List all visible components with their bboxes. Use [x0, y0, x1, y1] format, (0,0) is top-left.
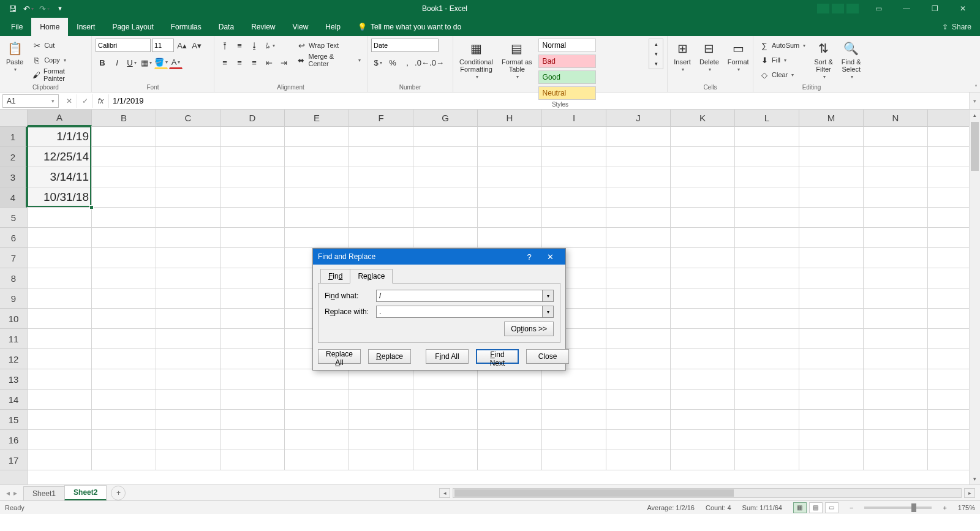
tab-file[interactable]: File — [2, 18, 31, 36]
cell-J11[interactable] — [606, 329, 671, 348]
number-format-select[interactable] — [371, 39, 439, 52]
zoom-in-icon[interactable]: + — [943, 504, 946, 511]
cell-D4[interactable] — [221, 187, 285, 207]
column-header-D[interactable]: D — [221, 110, 285, 126]
cell-G5[interactable] — [413, 208, 478, 227]
cell-N17[interactable] — [864, 450, 928, 470]
cell-C2[interactable] — [156, 147, 221, 167]
cell-L2[interactable] — [735, 147, 799, 167]
cell-C4[interactable] — [156, 187, 221, 207]
cell-A11[interactable] — [28, 329, 92, 348]
view-page-break-icon[interactable]: ▭ — [825, 502, 839, 513]
style-good[interactable]: Good — [538, 70, 596, 84]
cell-E2[interactable] — [285, 147, 349, 167]
sheet-nav-prev-icon[interactable]: ◂ — [6, 489, 10, 497]
cell-F2[interactable] — [349, 147, 413, 167]
cell-D17[interactable] — [221, 450, 285, 470]
tell-me[interactable]: 💡 Tell me what you want to do — [349, 18, 470, 36]
cell-J8[interactable] — [606, 268, 671, 288]
cell-G4[interactable] — [413, 187, 478, 207]
row-header-8[interactable]: 8 — [0, 268, 27, 288]
tab-home[interactable]: Home — [31, 18, 68, 36]
cut-button[interactable]: ✂Cut — [29, 39, 88, 52]
increase-decimal-icon[interactable]: .0← — [415, 56, 429, 69]
cell-D1[interactable] — [221, 127, 285, 146]
cell-H14[interactable] — [478, 390, 542, 409]
cell-L6[interactable] — [735, 228, 799, 247]
hscroll-right-icon[interactable]: ▸ — [964, 488, 975, 498]
cell-L1[interactable] — [735, 127, 799, 146]
cell-M3[interactable] — [799, 167, 864, 187]
cell-A12[interactable] — [28, 349, 92, 369]
decrease-font-icon[interactable]: A▾ — [190, 39, 203, 52]
collapse-ribbon-icon[interactable]: ˄ — [974, 84, 978, 91]
cell-J14[interactable] — [606, 390, 671, 409]
cell-M4[interactable] — [799, 187, 864, 207]
row-header-13[interactable]: 13 — [0, 369, 27, 390]
cell-N3[interactable] — [864, 167, 928, 187]
cell-B7[interactable] — [92, 248, 156, 268]
cell-A13[interactable] — [28, 369, 92, 389]
cell-E15[interactable] — [285, 410, 349, 429]
cell-C10[interactable] — [156, 309, 221, 328]
cell-K6[interactable] — [671, 228, 735, 247]
redo-icon[interactable]: ↷▾ — [38, 2, 50, 15]
format-as-table-button[interactable]: ▤ Format as Table▾ — [499, 39, 535, 81]
cell-I16[interactable] — [542, 430, 606, 450]
cell-M11[interactable] — [799, 329, 864, 348]
cell-K4[interactable] — [671, 187, 735, 207]
cell-B16[interactable] — [92, 430, 156, 450]
align-right-icon[interactable]: ≡ — [247, 56, 261, 69]
cell-M15[interactable] — [799, 410, 864, 429]
cell-G14[interactable] — [413, 390, 478, 409]
format-cells-button[interactable]: ▭Format▾ — [725, 39, 752, 73]
copy-button[interactable]: ⎘Copy▾ — [29, 53, 88, 67]
replace-all-button[interactable]: Replace All — [318, 349, 361, 364]
close-window-icon[interactable]: ✕ — [949, 0, 976, 17]
style-bad[interactable]: Bad — [538, 55, 596, 68]
cell-B10[interactable] — [92, 309, 156, 328]
styles-scroll-down-icon[interactable]: ▾ — [649, 49, 663, 59]
cell-N16[interactable] — [864, 430, 928, 450]
enter-formula-icon[interactable]: ✓ — [77, 94, 93, 108]
cell-J7[interactable] — [606, 248, 671, 268]
delete-cells-button[interactable]: ⊟Delete▾ — [697, 39, 722, 73]
cell-C1[interactable] — [156, 127, 221, 146]
find-what-input[interactable] — [376, 290, 543, 302]
cell-J5[interactable] — [606, 208, 671, 227]
align-left-icon[interactable]: ≡ — [218, 56, 232, 69]
cell-M5[interactable] — [799, 208, 864, 227]
cell-G17[interactable] — [413, 450, 478, 470]
cell-K17[interactable] — [671, 450, 735, 470]
qa-customize-icon[interactable]: ▼ — [54, 2, 66, 15]
tab-data[interactable]: Data — [210, 18, 243, 36]
find-next-button[interactable]: Find Next — [476, 349, 519, 364]
cell-M13[interactable] — [799, 369, 864, 389]
share-button[interactable]: ⇪ Share — [933, 18, 980, 36]
cell-H13[interactable] — [478, 369, 542, 389]
autosum-button[interactable]: ∑AutoSum▾ — [757, 39, 808, 52]
cell-J17[interactable] — [606, 450, 671, 470]
undo-icon[interactable]: ↶▾ — [22, 2, 34, 15]
row-header-10[interactable]: 10 — [0, 309, 27, 329]
cell-A8[interactable] — [28, 268, 92, 288]
sort-filter-button[interactable]: ⇅Sort & Filter▾ — [812, 39, 835, 81]
cell-L12[interactable] — [735, 349, 799, 369]
cell-B4[interactable] — [92, 187, 156, 207]
cell-B15[interactable] — [92, 410, 156, 429]
insert-function-icon[interactable]: fx — [93, 94, 109, 108]
align-middle-icon[interactable]: ≡ — [233, 39, 246, 52]
cell-L8[interactable] — [735, 268, 799, 288]
cell-M2[interactable] — [799, 147, 864, 167]
cell-K5[interactable] — [671, 208, 735, 227]
minimize-icon[interactable]: — — [893, 0, 920, 17]
row-header-6[interactable]: 6 — [0, 228, 27, 248]
cell-K12[interactable] — [671, 349, 735, 369]
cell-L10[interactable] — [735, 309, 799, 328]
wrap-text-button[interactable]: ↩Wrap Text — [294, 39, 363, 52]
style-neutral[interactable]: Neutral — [538, 86, 596, 100]
ribbon-options-icon[interactable]: ▭ — [865, 0, 892, 17]
cell-M1[interactable] — [799, 127, 864, 146]
zoom-level[interactable]: 175% — [958, 504, 975, 511]
cell-H4[interactable] — [478, 187, 542, 207]
